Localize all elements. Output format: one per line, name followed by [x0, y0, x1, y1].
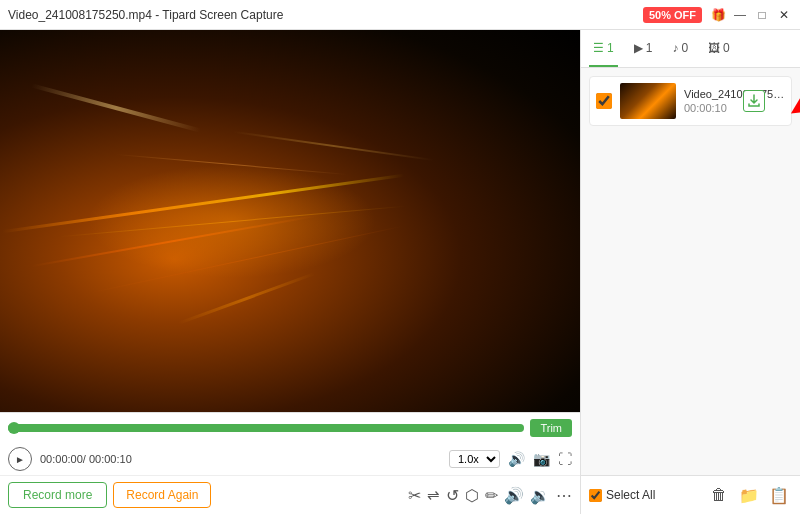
file-thumbnail	[620, 83, 676, 119]
video-display	[0, 30, 580, 412]
delete-button[interactable]: 🗑	[706, 482, 732, 508]
playback-controls: ► 00:00:00/ 00:00:10 1.0x 0.5x 1.5x 2.0x…	[0, 443, 580, 475]
record-again-button[interactable]: Record Again	[113, 482, 211, 508]
play-tab-count: 1	[646, 41, 653, 55]
file-list: Video_241008175250.mp4 00:00:10	[581, 68, 800, 475]
progress-track[interactable]	[8, 424, 524, 432]
image-tab-icon: 🖼	[708, 41, 720, 55]
cut-icon[interactable]: ✂	[408, 486, 421, 505]
main-container: Trim ► 00:00:00/ 00:00:10 1.0x 0.5x 1.5x…	[0, 30, 800, 514]
merge-icon[interactable]: ⬡	[465, 486, 479, 505]
titlebar: Video_241008175250.mp4 - Tipard Screen C…	[0, 0, 800, 30]
right-bottom-toolbar: Select All 🗑 📁 📋	[581, 475, 800, 514]
action-bar: Record more Record Again ✂ ⇌ ↺ ⬡ ✏ 🔊 🔉 ⋯	[0, 475, 580, 514]
folder-button[interactable]: 📁	[736, 482, 762, 508]
promo-badge[interactable]: 50% OFF	[643, 7, 702, 23]
video-tab-icon: ☰	[593, 41, 604, 55]
play-button[interactable]: ►	[8, 447, 32, 471]
file-info: Video_241008175250.mp4 00:00:10	[684, 88, 785, 114]
audio2-icon[interactable]: 🔉	[530, 486, 550, 505]
window-title: Video_241008175250.mp4 - Tipard Screen C…	[8, 8, 643, 22]
file-duration: 00:00:10	[684, 102, 785, 114]
maximize-button[interactable]: □	[754, 7, 770, 23]
tab-audio[interactable]: ♪ 0	[668, 30, 692, 67]
rotate-icon[interactable]: ↺	[446, 486, 459, 505]
gift-icon[interactable]: 🎁	[710, 7, 726, 23]
table-row: Video_241008175250.mp4 00:00:10	[589, 76, 792, 126]
select-all-label: Select All	[606, 488, 655, 502]
right-panel: ☰ 1 ▶ 1 ♪ 0 🖼 0	[580, 30, 800, 514]
select-all-checkbox[interactable]	[589, 489, 602, 502]
volume-icon[interactable]: 🔊	[508, 451, 525, 467]
more-icon[interactable]: ⋯	[556, 486, 572, 505]
fullscreen-icon[interactable]: ⛶	[558, 451, 572, 467]
progress-bar-area: Trim	[0, 413, 580, 443]
adjust-icon[interactable]: ⇌	[427, 486, 440, 504]
trim-button[interactable]: Trim	[530, 419, 572, 437]
file-name: Video_241008175250.mp4	[684, 88, 785, 100]
audio-tab-icon: ♪	[672, 41, 678, 55]
tab-play[interactable]: ▶ 1	[630, 30, 657, 67]
image-tab-count: 0	[723, 41, 730, 55]
tab-image[interactable]: 🖼 0	[704, 30, 734, 67]
file-action-button[interactable]	[743, 90, 765, 112]
tab-bar: ☰ 1 ▶ 1 ♪ 0 🖼 0	[581, 30, 800, 68]
window-controls: 🎁 — □ ✕	[710, 7, 792, 23]
audio-tab-count: 0	[681, 41, 688, 55]
edit-icon[interactable]: ✏	[485, 486, 498, 505]
tab-video[interactable]: ☰ 1	[589, 30, 618, 67]
camera-icon[interactable]: 📷	[533, 451, 550, 467]
time-display: 00:00:00/ 00:00:10	[40, 453, 132, 465]
play-tab-icon: ▶	[634, 41, 643, 55]
select-all-area: Select All	[589, 488, 702, 502]
minimize-button[interactable]: —	[732, 7, 748, 23]
bottom-controls: Trim ► 00:00:00/ 00:00:10 1.0x 0.5x 1.5x…	[0, 412, 580, 514]
progress-thumb[interactable]	[8, 422, 20, 434]
audio-icon[interactable]: 🔊	[504, 486, 524, 505]
video-tab-count: 1	[607, 41, 614, 55]
file-checkbox[interactable]	[596, 93, 612, 109]
record-more-button[interactable]: Record more	[8, 482, 107, 508]
time-total: 00:00:10	[89, 453, 132, 465]
progress-fill	[8, 424, 524, 432]
close-button[interactable]: ✕	[776, 7, 792, 23]
time-current: 00:00:00	[40, 453, 83, 465]
left-panel: Trim ► 00:00:00/ 00:00:10 1.0x 0.5x 1.5x…	[0, 30, 580, 514]
video-area	[0, 30, 580, 412]
clipboard-button[interactable]: 📋	[766, 482, 792, 508]
speed-select[interactable]: 1.0x 0.5x 1.5x 2.0x	[449, 450, 500, 468]
